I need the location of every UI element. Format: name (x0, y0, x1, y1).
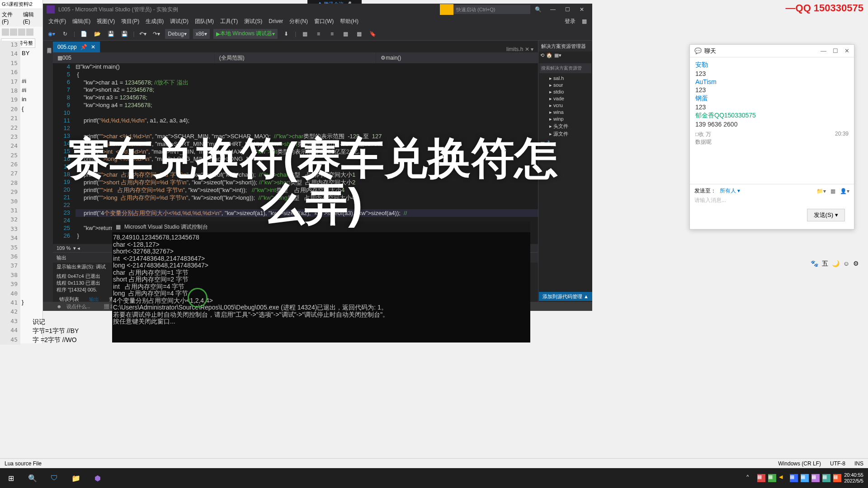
menu-item[interactable]: 测试(S) (242, 17, 264, 26)
menu-item[interactable]: Driver (267, 17, 285, 25)
menu-item[interactable]: 分析(N) (288, 17, 310, 26)
close-button[interactable]: ✕ (844, 47, 849, 54)
close-button[interactable]: ✕ (575, 5, 589, 14)
vs-taskbar-icon[interactable]: ⬢ (87, 468, 108, 488)
outdent-icon[interactable]: ≡ (327, 29, 337, 39)
person-icon[interactable]: 👤▾ (840, 188, 849, 194)
tree-item[interactable]: ▸ sal.h (540, 75, 590, 82)
tray-icon[interactable]: ▦ (811, 474, 820, 482)
add-to-source-control[interactable]: 添加到源代码管理 ▲ (539, 292, 592, 301)
menu-item[interactable]: 编辑(E) (71, 17, 92, 26)
open-icon[interactable] (10, 28, 17, 36)
clock[interactable]: 20:40:55 2022/5/5 (844, 472, 863, 484)
folder-icon[interactable]: 📁▾ (816, 188, 826, 194)
new-icon[interactable] (2, 28, 9, 36)
redo-icon[interactable]: ↷▾ (151, 29, 161, 39)
notepad-toolbar[interactable] (0, 27, 42, 38)
ime-toolbar[interactable]: 🐾 五 🌙 ☺ ⚙ (811, 260, 859, 268)
tree-item[interactable]: ▸ 源文件 (540, 130, 590, 138)
search-button[interactable]: 🔍 (22, 468, 43, 488)
quick-launch-input[interactable]: 快速启动 (Ctrl+Q) (453, 5, 530, 14)
properties-icon[interactable]: ▦ (540, 141, 545, 146)
tree-item[interactable]: ▸ 头文件 (540, 122, 590, 130)
zoom-level[interactable]: 109 % (57, 245, 71, 251)
wrench-icon[interactable]: 🔧 (547, 141, 553, 146)
menu-file[interactable]: 文件(F) (2, 11, 19, 25)
menu-item[interactable]: 工具(T) (218, 17, 240, 26)
notification-badge[interactable] (440, 4, 453, 15)
solution-search[interactable]: 搜索解决方案资源管 (539, 63, 591, 73)
windows-taskbar[interactable]: ⊞ 🔍 🛡 📁 ⬢ ^ ▦ ▦ ◀ ▦ ▦ ▦ ▦ ▦ 20:40:55 202… (0, 468, 868, 488)
notepad-menubar[interactable]: 文件(F) 编辑(E) (0, 9, 42, 27)
tray-icon[interactable]: ▦ (833, 474, 841, 482)
home-icon[interactable]: 🏠 (546, 52, 552, 61)
menu-item[interactable]: 团队(M) (193, 17, 216, 26)
recipient-dropdown[interactable]: 所有人 ▾ (720, 187, 740, 195)
uncomment-icon[interactable]: ▦ (354, 29, 364, 39)
refresh-icon[interactable]: ▦▾ (554, 52, 561, 61)
minimize-button[interactable]: — (821, 47, 826, 54)
undo-icon[interactable]: ↶▾ (138, 29, 148, 39)
ime-face-icon[interactable]: ☺ (843, 260, 849, 268)
ime-icon[interactable]: 🐾 (811, 260, 818, 268)
tree-item[interactable]: ▸ vade (540, 95, 590, 102)
vs-side-tabs[interactable]: 服务器资源管理器 工具箱 (43, 41, 53, 311)
nav-middle[interactable]: (全局范围) (215, 52, 377, 63)
run-button[interactable]: ▶ 本地 Windows 调试器 ▾ (213, 29, 278, 39)
code-editor[interactable]: 4⊟"kw">int main()5 {6 "kw">char a1 = 123… (53, 63, 538, 244)
menu-item[interactable]: 窗口(W) (312, 17, 335, 26)
menu-item[interactable]: 项目(P) (119, 17, 141, 26)
step-icon[interactable]: ⬇ (281, 29, 291, 39)
config-dropdown[interactable]: Debug ▾ (165, 29, 189, 39)
tree-item[interactable]: ▸ winp (540, 116, 590, 122)
security-icon[interactable]: 🛡 (43, 468, 65, 488)
bookmark-icon[interactable]: 🔖 (368, 29, 377, 39)
nav-func[interactable]: ⚙ main() (376, 52, 538, 63)
file-tab-preview[interactable]: limits.h ✕ ▾ (502, 46, 538, 52)
ime-gear-icon[interactable]: ⚙ (853, 260, 859, 268)
avatar-icon[interactable]: ▦ (580, 17, 589, 25)
pin-icon[interactable]: 📌 (80, 44, 87, 50)
explorer-icon[interactable]: 📁 (65, 468, 87, 488)
toolbar-icon[interactable]: ▦ (300, 29, 310, 39)
login-button[interactable]: 登录 (563, 17, 577, 26)
search-icon[interactable]: 🔍 (535, 6, 542, 13)
saveall-icon[interactable] (26, 28, 33, 36)
send-button[interactable]: 发送(S) ▾ (807, 209, 845, 221)
maximize-button[interactable]: ☐ (561, 5, 574, 14)
tray-icon[interactable]: ◀ (779, 474, 787, 482)
tray-icon[interactable]: ▦ (757, 474, 765, 482)
minimize-button[interactable]: — (546, 5, 560, 14)
file-tab-active[interactable]: 005.cpp 📌 ✕ (53, 42, 100, 52)
back-icon[interactable]: ◉▾ (47, 29, 57, 39)
chat-input[interactable]: 请输入消息... (694, 195, 849, 206)
start-button[interactable]: ⊞ (0, 468, 22, 488)
platform-dropdown[interactable]: x86 ▾ (193, 29, 210, 39)
menu-item[interactable]: 帮助(H) (338, 17, 360, 26)
tree-item[interactable]: ▸ sour (540, 82, 590, 89)
new-file-icon[interactable]: 📄 (79, 29, 89, 39)
saveall-icon[interactable]: 💾 (119, 29, 129, 39)
comment-icon[interactable]: ▦ (340, 29, 350, 39)
save-icon[interactable]: 💾 (106, 29, 116, 39)
tray-icon[interactable]: ▦ (790, 474, 798, 482)
save-icon[interactable] (18, 28, 25, 36)
capture-icon[interactable]: ▦ (830, 188, 835, 194)
vs-toolbar[interactable]: ◉▾ ↻ | 📄 📂 💾 💾 | ↶▾ ↷▾ Debug ▾ x86 ▾ ▶ 本… (43, 27, 592, 41)
indent-icon[interactable]: ≡ (313, 29, 323, 39)
tray-icon[interactable]: ▦ (801, 474, 809, 482)
menu-item[interactable]: 视图(V) (95, 17, 117, 26)
home-icon[interactable]: ⟲ (540, 52, 544, 61)
maximize-button[interactable]: ☐ (833, 47, 838, 54)
tree-item[interactable]: ▸ stdio (540, 89, 590, 95)
ime-moon-icon[interactable]: 🌙 (832, 260, 840, 268)
tray-icon[interactable]: ▦ (822, 474, 830, 482)
menu-item[interactable]: 文件(F) (47, 17, 68, 26)
forward-icon[interactable]: ↻ (60, 29, 70, 39)
tree-item[interactable]: ▸ vcru (540, 102, 590, 109)
solution-tree[interactable]: ▸ sal.h▸ sour▸ stdio▸ vade▸ vcru▸ wina▸ … (538, 74, 592, 139)
close-tab-icon[interactable]: ✕ (91, 44, 95, 50)
menu-edit[interactable]: 编辑(E) (23, 11, 41, 25)
ime-mode[interactable]: 五 (822, 260, 828, 268)
nav-bar[interactable]: ▦ 005 (全局范围) ⚙ main() (53, 52, 538, 63)
